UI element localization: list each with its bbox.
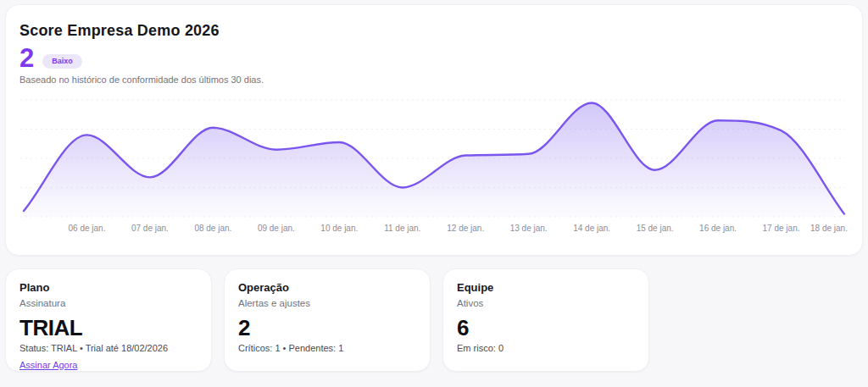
alerts-breakdown: Críticos: 1 • Pendentes: 1 [238,343,416,353]
alerts-count: 2 [238,317,416,339]
area-chart-canvas[interactable] [19,97,849,219]
score-level-badge: Baixo [42,54,82,69]
x-axis-label: 09 de jan. [258,224,295,233]
card-subtitle: Assinatura [19,298,198,308]
x-axis-label: 16 de jan. [699,224,737,233]
plan-status-detail: Status: TRIAL • Trial até 18/02/2026 [19,343,198,353]
card-title: Equipe [457,281,635,295]
team-risk-detail: Em risco: 0 [457,343,635,353]
x-axis-label: 06 de jan. [68,224,105,233]
page-title: Score Empresa Demo 2026 [19,22,849,41]
x-axis-label: 15 de jan. [637,224,674,233]
score-row: 2 Baixo [19,47,849,69]
operations-card: Operação Alertas e ajustes 2 Críticos: 1… [224,268,431,372]
score-history-chart[interactable]: 06 de jan.07 de jan.08 de jan.09 de jan.… [19,97,849,235]
card-title: Plano [19,281,198,295]
x-axis-label: 10 de jan. [320,224,358,233]
card-subtitle: Alertas e ajustes [238,298,416,308]
score-panel: Score Empresa Demo 2026 2 Baixo Baseado … [5,4,863,256]
x-axis-label: 13 de jan. [510,224,548,233]
x-axis-label: 11 de jan. [384,224,420,233]
score-subtitle: Baseado no histórico de conformidade dos… [19,74,849,86]
x-axis-label: 07 de jan. [131,224,169,233]
team-card: Equipe Ativos 6 Em risco: 0 [442,268,649,372]
subscribe-now-link[interactable]: Assinar Agora [19,360,77,370]
x-axis-label: 14 de jan. [573,224,610,233]
dashboard-page: Score Empresa Demo 2026 2 Baixo Baseado … [0,0,868,372]
x-axis-label: 12 de jan. [447,224,484,233]
summary-cards-row: Plano Assinatura TRIAL Status: TRIAL • T… [5,268,863,372]
x-axis-label: 17 de jan. [763,224,800,233]
card-subtitle: Ativos [457,298,635,308]
plan-value: TRIAL [19,317,198,339]
score-value: 2 [19,48,34,69]
active-members-count: 6 [457,317,635,339]
x-axis-label: 08 de jan. [194,224,231,233]
chart-x-axis: 06 de jan.07 de jan.08 de jan.09 de jan.… [19,224,849,235]
card-title: Operação [238,281,416,295]
x-axis-label: 18 de jan. [810,224,848,233]
plan-card: Plano Assinatura TRIAL Status: TRIAL • T… [5,268,212,372]
